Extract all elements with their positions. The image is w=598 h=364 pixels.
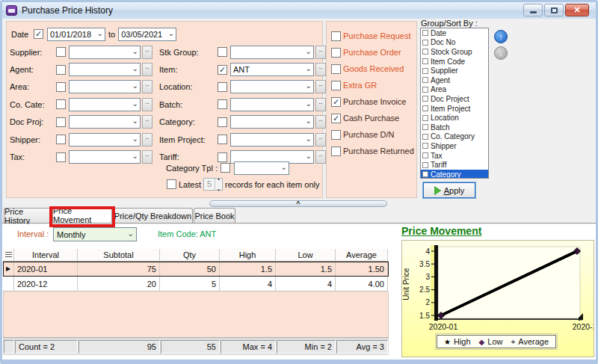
filter-left-checkbox[interactable] <box>56 65 66 75</box>
group-sort-checkbox[interactable] <box>422 115 428 121</box>
group-sort-checkbox[interactable] <box>422 77 428 83</box>
column-header-interval[interactable]: Interval <box>14 249 78 262</box>
grid-customize-cell[interactable] <box>3 249 14 262</box>
group-sort-checkbox[interactable] <box>422 30 428 36</box>
doc-type-checkbox[interactable] <box>331 146 341 156</box>
doc-type-checkbox[interactable] <box>331 31 341 41</box>
group-sort-item[interactable]: Batch <box>421 123 488 132</box>
group-sort-listbox[interactable]: DateDoc NoStock GroupItem CodeSupplierAg… <box>420 28 489 179</box>
filter-right-select[interactable]: ⌄ <box>230 98 314 111</box>
browse-ellipsis-button[interactable]: .. <box>315 80 326 93</box>
browse-ellipsis-button[interactable]: .. <box>315 63 326 76</box>
filter-right-select[interactable]: ⌄ <box>230 133 314 146</box>
group-sort-checkbox[interactable] <box>422 134 428 140</box>
filter-right-checkbox[interactable] <box>218 82 227 92</box>
filter-right-checkbox[interactable]: ✓ <box>218 65 227 75</box>
group-sort-item[interactable]: Location <box>421 113 488 123</box>
filter-right-select[interactable]: ⌄ <box>230 115 314 129</box>
group-sort-item[interactable]: Co. Category <box>421 132 488 142</box>
filter-left-checkbox[interactable] <box>56 82 66 92</box>
filter-right-checkbox[interactable] <box>218 117 227 127</box>
browse-ellipsis-button[interactable]: .. <box>142 115 152 129</box>
filter-right-select[interactable]: ⌄ <box>230 80 314 93</box>
group-sort-checkbox[interactable] <box>422 68 428 74</box>
browse-ellipsis-button[interactable]: .. <box>142 98 152 111</box>
browse-ellipsis-button[interactable]: .. <box>315 150 326 164</box>
group-sort-checkbox[interactable] <box>422 162 428 168</box>
apply-button[interactable]: Apply <box>423 182 475 198</box>
browse-ellipsis-button[interactable]: .. <box>142 80 152 93</box>
move-up-button[interactable]: ↑ <box>494 30 508 43</box>
group-sort-checkbox[interactable] <box>422 87 428 93</box>
date-to-select[interactable]: 03/05/2021⌄ <box>118 28 176 41</box>
group-sort-item[interactable]: Date <box>421 28 488 38</box>
spin-up-icon[interactable]: ▲ <box>217 173 221 185</box>
filter-left-select[interactable]: ⌄ <box>69 98 141 111</box>
doc-type-checkbox[interactable] <box>331 48 341 58</box>
filter-left-select[interactable]: ⌄ <box>69 115 141 129</box>
group-sort-item[interactable]: Item Project <box>421 104 488 114</box>
maximize-button[interactable] <box>544 4 564 16</box>
filter-left-checkbox[interactable] <box>56 99 66 109</box>
group-sort-checkbox[interactable] <box>422 124 428 130</box>
group-sort-item[interactable]: Tax <box>421 151 488 161</box>
close-button[interactable]: ✕ <box>565 4 589 16</box>
group-sort-checkbox[interactable] <box>422 143 428 149</box>
group-sort-item[interactable]: Doc Project <box>421 94 488 104</box>
filter-left-checkbox[interactable] <box>56 117 66 127</box>
panel-splitter-handle[interactable]: ^ <box>209 200 387 207</box>
filter-left-checkbox[interactable] <box>56 47 66 57</box>
filter-left-select[interactable]: ⌄ <box>69 80 141 93</box>
tab-price-history[interactable]: Price History <box>4 208 52 223</box>
interval-select[interactable]: Monthly⌄ <box>53 227 137 241</box>
browse-ellipsis-button[interactable]: .. <box>142 133 152 146</box>
filter-right-checkbox[interactable] <box>218 135 227 144</box>
group-sort-item[interactable]: Stock Group <box>421 47 488 57</box>
group-sort-checkbox[interactable] <box>422 105 428 111</box>
filter-right-select[interactable]: ANT⌄ <box>230 63 314 76</box>
category-tpl-checkbox[interactable] <box>221 163 230 173</box>
column-header-qty[interactable]: Qty <box>160 249 220 262</box>
filter-left-checkbox[interactable] <box>56 135 66 144</box>
move-down-button[interactable]: ↓ <box>494 46 508 60</box>
browse-ellipsis-button[interactable]: .. <box>142 63 152 76</box>
group-sort-checkbox[interactable] <box>422 96 428 102</box>
doc-type-checkbox[interactable] <box>331 130 341 140</box>
filter-left-select[interactable]: ⌄ <box>69 133 141 146</box>
group-sort-item[interactable]: Agent <box>421 75 488 85</box>
filter-left-checkbox[interactable] <box>56 152 66 162</box>
column-header-subtotal[interactable]: Subtotal <box>78 249 160 262</box>
column-header-average[interactable]: Average <box>336 249 388 262</box>
group-sort-checkbox[interactable] <box>422 171 428 177</box>
minimize-button[interactable] <box>523 4 543 16</box>
group-sort-item[interactable]: Tariff <box>421 160 488 170</box>
table-row[interactable]: ▶2020-0175501.51.51.50 <box>3 262 389 277</box>
browse-ellipsis-button[interactable]: .. <box>315 98 326 111</box>
column-header-high[interactable]: High <box>220 249 276 262</box>
tab-price-qty-breakdown[interactable]: Price/Qty Breakdown <box>113 208 193 223</box>
doc-type-checkbox[interactable] <box>331 64 341 74</box>
browse-ellipsis-button[interactable]: .. <box>142 150 152 164</box>
group-sort-checkbox[interactable] <box>422 58 428 64</box>
filter-right-checkbox[interactable] <box>218 99 227 109</box>
filter-left-select[interactable]: ⌄ <box>69 150 141 164</box>
column-header-low[interactable]: Low <box>276 249 336 262</box>
group-sort-item[interactable]: Item Code <box>421 57 488 67</box>
group-sort-item[interactable]: Category <box>421 170 488 179</box>
filter-left-select[interactable]: ⌄ <box>69 46 141 59</box>
group-sort-checkbox[interactable] <box>422 49 428 55</box>
category-tpl-select[interactable]: ⌄ <box>234 161 289 175</box>
group-sort-item[interactable]: Doc No <box>421 38 488 48</box>
date-from-select[interactable]: 01/01/2018⌄ <box>47 28 105 41</box>
latest-checkbox[interactable] <box>167 179 176 189</box>
doc-type-checkbox[interactable]: ✓ <box>331 97 341 107</box>
latest-count-stepper[interactable]: 5 ▲▼ <box>203 178 223 191</box>
group-sort-item[interactable]: Shipper <box>421 141 488 151</box>
table-row[interactable]: 2020-12205444.00 <box>3 277 389 291</box>
group-sort-item[interactable]: Area <box>421 85 488 95</box>
group-sort-item[interactable]: Supplier <box>421 66 488 75</box>
doc-type-checkbox[interactable] <box>331 81 341 90</box>
spin-down-icon[interactable]: ▼ <box>217 185 221 196</box>
date-checkbox[interactable]: ✓ <box>34 29 43 39</box>
browse-ellipsis-button[interactable]: .. <box>315 115 326 129</box>
